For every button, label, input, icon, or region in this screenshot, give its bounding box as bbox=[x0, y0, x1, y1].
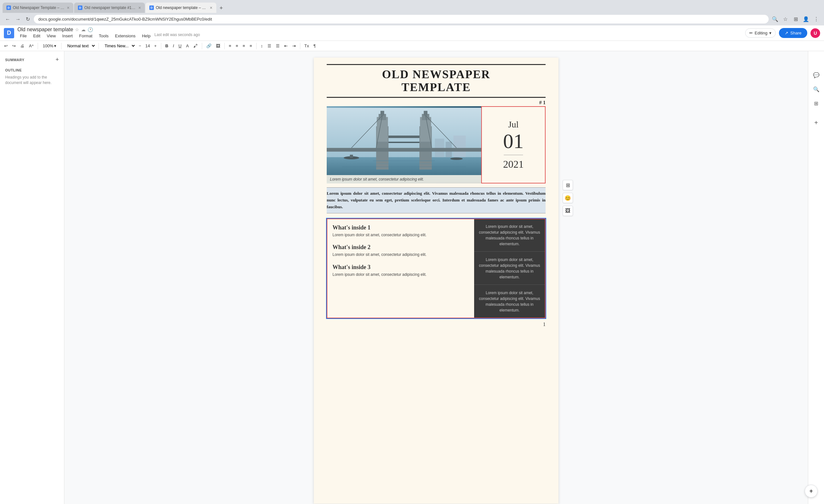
separator-2 bbox=[61, 43, 62, 49]
history-icon[interactable]: 🕐 bbox=[88, 27, 93, 32]
tab-1[interactable]: D Old Newspaper Template – Fr... × bbox=[3, 3, 73, 13]
editing-mode-label: Editing bbox=[755, 30, 768, 35]
zoom-chevron: ▾ bbox=[54, 43, 56, 48]
zoom-selector[interactable]: 100% ▾ bbox=[40, 42, 59, 49]
insert-image-icon[interactable]: 🖼 bbox=[562, 206, 573, 216]
tab-3-close[interactable]: × bbox=[210, 5, 212, 10]
right-sidebar-explore-icon[interactable]: 🔍 bbox=[812, 85, 821, 94]
style-selector[interactable]: Normal text Heading 1 Heading 2 bbox=[64, 42, 96, 49]
highlight-button[interactable]: 🖍 bbox=[192, 42, 199, 49]
right-sidebar-comments-icon[interactable]: 💬 bbox=[812, 71, 821, 80]
inside-item-2-text: Lorem ipsum dolor sit amet, consectetur … bbox=[332, 252, 469, 258]
tab-2-close[interactable]: × bbox=[138, 5, 141, 10]
sidebar-add-button[interactable]: + bbox=[56, 56, 59, 63]
font-size-decrease[interactable]: − bbox=[137, 42, 143, 49]
image-caption: Lorem ipsum dolor sit amet, consectetur … bbox=[327, 175, 481, 184]
menu-edit[interactable]: Edit bbox=[30, 32, 43, 39]
zoom-value: 100% bbox=[43, 43, 54, 48]
newspaper-title: OLD NEWSPAPER TEMPLATE bbox=[327, 68, 545, 94]
share-label: Share bbox=[790, 30, 802, 35]
share-button[interactable]: ↗ Share bbox=[779, 28, 807, 38]
right-sidebar-add-button[interactable]: + bbox=[812, 118, 821, 127]
tab-3-favicon: D bbox=[149, 5, 154, 10]
bottom-add-button[interactable]: + bbox=[805, 485, 818, 498]
menu-button[interactable]: ⋮ bbox=[812, 15, 820, 23]
inside-item-3-text: Lorem ipsum dolor sit amet, consectetur … bbox=[332, 272, 469, 278]
date-divider bbox=[504, 155, 523, 155]
tab-1-close[interactable]: × bbox=[67, 5, 70, 10]
doc-title-text[interactable]: Old newspaper template bbox=[17, 27, 73, 32]
right-sidebar-extensions-icon[interactable]: ⊞ bbox=[812, 99, 821, 108]
tab-2-title: Old newspaper template #1 – G... bbox=[84, 5, 136, 10]
gdocs-logo: D bbox=[4, 28, 14, 38]
tab-2[interactable]: D Old newspaper template #1 – G... × bbox=[74, 3, 145, 13]
new-tab-button[interactable]: + bbox=[217, 4, 226, 13]
menu-insert[interactable]: Insert bbox=[60, 32, 75, 39]
menu-format[interactable]: Format bbox=[77, 32, 95, 39]
svg-rect-20 bbox=[373, 160, 435, 161]
date-month: Jul bbox=[508, 119, 519, 130]
indent-more-button[interactable]: ⇥ bbox=[291, 42, 297, 49]
pencil-icon: ✏ bbox=[749, 30, 753, 35]
tab-3[interactable]: D Old newspaper template – Go... × bbox=[145, 3, 216, 13]
newspaper-title-block: OLD NEWSPAPER TEMPLATE bbox=[327, 64, 545, 98]
right-text-block-2: Lorem ipsum dolor sit amet, consectetur … bbox=[474, 252, 545, 285]
intro-text: Lorem ipsum dolor sit amet, consectetur … bbox=[327, 187, 545, 213]
svg-rect-19 bbox=[389, 142, 419, 143]
align-center-button[interactable]: ≡ bbox=[234, 42, 240, 49]
clear-format-button[interactable]: Tx bbox=[303, 42, 311, 49]
user-avatar[interactable]: U bbox=[811, 28, 820, 38]
right-text-2: Lorem ipsum dolor sit amet, consectetur … bbox=[478, 257, 541, 280]
last-edit-text: Last edit was seconds ago bbox=[154, 32, 200, 39]
url-bar[interactable] bbox=[34, 15, 768, 23]
underline-button[interactable]: U bbox=[177, 42, 183, 49]
list-bullet-button[interactable]: ☰ bbox=[266, 42, 273, 49]
menu-tools[interactable]: Tools bbox=[96, 32, 111, 39]
menu-extensions[interactable]: Extensions bbox=[112, 32, 138, 39]
redo-button[interactable]: ↪ bbox=[11, 42, 17, 49]
svg-rect-18 bbox=[389, 135, 419, 138]
menu-view[interactable]: View bbox=[44, 32, 58, 39]
forward-button[interactable]: → bbox=[14, 15, 22, 23]
insert-table-icon[interactable]: ⊞ bbox=[562, 180, 573, 190]
sidebar-outline-hint: Headings you add to the document will ap… bbox=[5, 75, 59, 86]
undo-button[interactable]: ↩ bbox=[3, 42, 9, 49]
star-icon[interactable]: ☆ bbox=[75, 27, 79, 32]
font-size-increase[interactable]: + bbox=[152, 42, 159, 49]
back-button[interactable]: ← bbox=[4, 15, 12, 23]
sidebar-outline-header: OUTLINE bbox=[5, 68, 59, 72]
gdocs-body: SUMMARY + OUTLINE Headings you add to th… bbox=[0, 51, 824, 504]
font-selector[interactable]: Times New... Arial Georgia bbox=[101, 42, 136, 49]
gdocs-header: D Old newspaper template ☆ ☁ 🕐 File Edit… bbox=[0, 25, 824, 41]
reload-button[interactable]: ↻ bbox=[24, 15, 31, 23]
emoji-icon[interactable]: 😊 bbox=[562, 193, 573, 203]
menu-file[interactable]: File bbox=[17, 32, 29, 39]
text-color-button[interactable]: A bbox=[185, 42, 191, 49]
image-button[interactable]: 🖼 bbox=[214, 42, 222, 49]
extensions-button[interactable]: ⊞ bbox=[792, 15, 800, 23]
align-right-button[interactable]: ≡ bbox=[241, 42, 247, 49]
align-justify-button[interactable]: ≡ bbox=[248, 42, 253, 49]
spellcheck-button[interactable]: Aᵃ bbox=[27, 42, 35, 49]
svg-rect-13 bbox=[327, 148, 481, 152]
tab-1-favicon: D bbox=[6, 5, 11, 10]
list-numbered-button[interactable]: ☰ bbox=[274, 42, 281, 49]
svg-rect-10 bbox=[420, 117, 431, 142]
menu-help[interactable]: Help bbox=[139, 32, 153, 39]
italic-button[interactable]: I bbox=[171, 42, 176, 49]
search-button[interactable]: 🔍 bbox=[771, 15, 779, 23]
editing-mode-button[interactable]: ✏ Editing ▾ bbox=[745, 28, 776, 38]
indent-less-button[interactable]: ⇤ bbox=[283, 42, 289, 49]
paragraph-style-button[interactable]: ¶ bbox=[312, 42, 317, 49]
align-left-button[interactable]: ≡ bbox=[227, 42, 233, 49]
inside-item-2-title: What's inside 2 bbox=[332, 244, 469, 251]
header-right: ✏ Editing ▾ ↗ Share U bbox=[745, 28, 820, 38]
line-spacing-button[interactable]: ↕ bbox=[259, 42, 265, 49]
bookmark-button[interactable]: ☆ bbox=[782, 15, 789, 23]
bold-button[interactable]: B bbox=[164, 42, 170, 49]
svg-rect-7 bbox=[377, 117, 388, 142]
print-button[interactable]: 🖨 bbox=[19, 42, 26, 49]
profile-button[interactable]: 👤 bbox=[802, 15, 810, 23]
link-button[interactable]: 🔗 bbox=[205, 42, 213, 49]
whats-inside-left: What's inside 1 Lorem ipsum dolor sit am… bbox=[327, 219, 474, 318]
